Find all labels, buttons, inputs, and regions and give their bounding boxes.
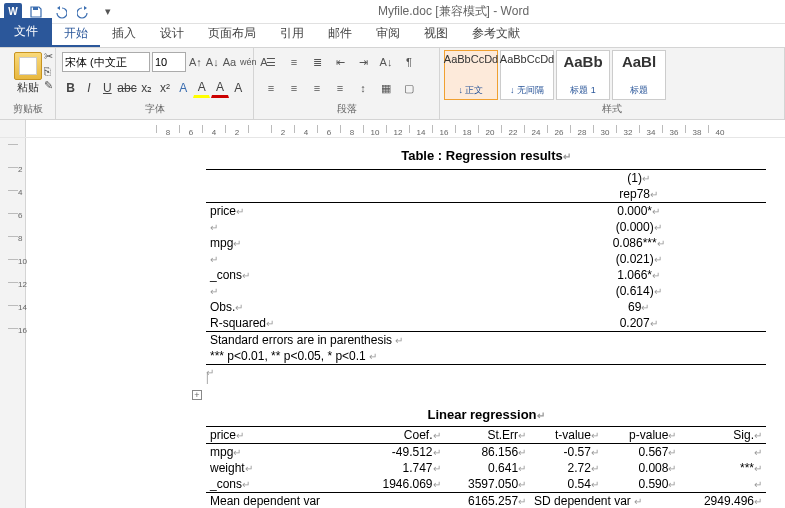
show-marks-icon[interactable]: ¶ — [398, 52, 420, 72]
style-normal[interactable]: AaBbCcDd ↓ 正文 — [444, 50, 498, 100]
font-size-select[interactable] — [152, 52, 186, 72]
table2-cell: ↵ — [680, 476, 766, 493]
tab-insert[interactable]: 插入 — [100, 21, 148, 47]
document-page[interactable]: Table : Regression results↵ (1)↵ rep78↵ … — [26, 138, 785, 508]
decrease-indent-icon[interactable]: ⇤ — [329, 52, 351, 72]
numbering-icon[interactable]: ≡ — [283, 52, 305, 72]
copy-icon[interactable]: ⎘ — [44, 65, 53, 77]
table1-rowlabel: R-squared↵ — [206, 315, 511, 332]
table2-cell: 3597.050↵ — [445, 476, 531, 493]
tab-layout[interactable]: 页面布局 — [196, 21, 268, 47]
shading-icon[interactable]: ▦ — [375, 78, 397, 98]
table2-header: Coef.↵ — [359, 427, 445, 444]
tab-home[interactable]: 开始 — [52, 21, 100, 47]
table2-cell: 2.72↵ — [530, 460, 603, 476]
clipboard-group-label: 剪贴板 — [6, 102, 49, 117]
tab-file[interactable]: 文件 — [0, 18, 52, 47]
table2-cell: weight↵ — [206, 460, 359, 476]
paste-button[interactable]: 粘贴 — [6, 50, 49, 97]
table1-note1: Standard errors are in parenthesis ↵ — [206, 332, 766, 349]
table1-rowval: 69↵ — [511, 299, 766, 315]
sort-icon[interactable]: A↓ — [375, 52, 397, 72]
table1-rowlabel: mpg↵ — [206, 235, 511, 251]
tab-design[interactable]: 设计 — [148, 21, 196, 47]
borders-icon[interactable]: ▢ — [398, 78, 420, 98]
table2-header: p-value↵ — [603, 427, 681, 444]
table2-cell: ***↵ — [680, 460, 766, 476]
table2-header: Sig.↵ — [680, 427, 766, 444]
table2-cell: mpg↵ — [206, 444, 359, 461]
char-shading-icon[interactable]: A — [230, 78, 247, 98]
style-title[interactable]: AaBl 标题 — [612, 50, 666, 100]
horizontal-ruler[interactable]: 8642246810121416182022242628303234363840 — [26, 120, 785, 137]
window-title: Myfile.doc [兼容模式] - Word — [122, 3, 785, 20]
tab-view[interactable]: 视图 — [412, 21, 460, 47]
increase-indent-icon[interactable]: ⇥ — [352, 52, 374, 72]
svg-rect-0 — [33, 7, 38, 10]
summary-val1: 6165.257↵ — [445, 493, 531, 509]
summary-label1: Mean dependent var — [206, 493, 359, 509]
change-case-icon[interactable]: Aa — [222, 52, 237, 72]
underline-button[interactable]: U — [99, 78, 116, 98]
table1-rowlabel: price↵ — [206, 203, 511, 220]
italic-button[interactable]: I — [80, 78, 97, 98]
tab-review[interactable]: 审阅 — [364, 21, 412, 47]
table1-colheader: (1)↵ — [511, 170, 766, 187]
table1-rowlabel: ↵ — [206, 283, 511, 299]
font-color-icon[interactable]: A — [211, 78, 228, 98]
summary-val2: 2949.496↵ — [680, 493, 766, 509]
table2-cell: 1946.069↵ — [359, 476, 445, 493]
table2-cell: -49.512↵ — [359, 444, 445, 461]
table1-rowlabel: ↵ — [206, 251, 511, 267]
bullets-icon[interactable]: ☰ — [260, 52, 282, 72]
increase-font-icon[interactable]: A↑ — [188, 52, 203, 72]
qat-customize-icon[interactable]: ▾ — [98, 2, 118, 22]
table2-cell: 86.156↵ — [445, 444, 531, 461]
tab-mailings[interactable]: 邮件 — [316, 21, 364, 47]
cut-icon[interactable]: ✂ — [44, 50, 53, 63]
table1-rowlabel: ↵ — [206, 219, 511, 235]
table1-rowlabel: _cons↵ — [206, 267, 511, 283]
decrease-font-icon[interactable]: A↓ — [205, 52, 220, 72]
subscript-button[interactable]: x₂ — [138, 78, 155, 98]
text-effects-icon[interactable]: A — [175, 78, 192, 98]
table1-rowval: (0.021)↵ — [511, 251, 766, 267]
table1-rowval: (0.000)↵ — [511, 219, 766, 235]
table2-header: St.Err↵ — [445, 427, 531, 444]
align-center-icon[interactable]: ≡ — [283, 78, 305, 98]
undo-icon[interactable] — [50, 2, 70, 22]
tab-refs2[interactable]: 参考文献 — [460, 21, 532, 47]
strikethrough-button[interactable]: abc — [117, 78, 137, 98]
table-expand-handle[interactable]: + — [192, 390, 202, 400]
vertical-ruler[interactable]: 246810121416 — [0, 138, 26, 508]
table2-title: Linear regression↵ — [206, 407, 766, 422]
table1-colsub: rep78↵ — [511, 186, 766, 203]
font-name-select[interactable] — [62, 52, 150, 72]
styles-group-label: 样式 — [444, 102, 780, 117]
line-spacing-icon[interactable]: ↕ — [352, 78, 374, 98]
multilevel-icon[interactable]: ≣ — [306, 52, 328, 72]
align-right-icon[interactable]: ≡ — [306, 78, 328, 98]
style-gallery[interactable]: AaBbCcDd ↓ 正文 AaBbCcDd ↓ 无间隔 AaBb 标题 1 A… — [444, 50, 780, 100]
highlight-icon[interactable]: A — [193, 78, 210, 98]
table2-header: t-value↵ — [530, 427, 603, 444]
bold-button[interactable]: B — [62, 78, 79, 98]
table1-rowval: 1.066*↵ — [511, 267, 766, 283]
table2-cell: ↵ — [680, 444, 766, 461]
format-painter-icon[interactable]: ✎ — [44, 79, 53, 92]
summary-label2: SD dependent var ↵ — [530, 493, 680, 509]
align-left-icon[interactable]: ≡ — [260, 78, 282, 98]
style-heading1[interactable]: AaBb 标题 1 — [556, 50, 610, 100]
redo-icon[interactable] — [74, 2, 94, 22]
superscript-button[interactable]: x² — [156, 78, 173, 98]
table2-cell: 0.008↵ — [603, 460, 681, 476]
paste-label: 粘贴 — [17, 80, 39, 95]
table1-note2: *** p<0.01, ** p<0.05, * p<0.1 ↵ — [206, 348, 766, 365]
style-nospacing[interactable]: AaBbCcDd ↓ 无间隔 — [500, 50, 554, 100]
paste-icon — [14, 52, 42, 80]
table1-rowval: 0.207↵ — [511, 315, 766, 332]
table2-cell: 0.54↵ — [530, 476, 603, 493]
tab-references[interactable]: 引用 — [268, 21, 316, 47]
table2-cell: -0.57↵ — [530, 444, 603, 461]
justify-icon[interactable]: ≡ — [329, 78, 351, 98]
